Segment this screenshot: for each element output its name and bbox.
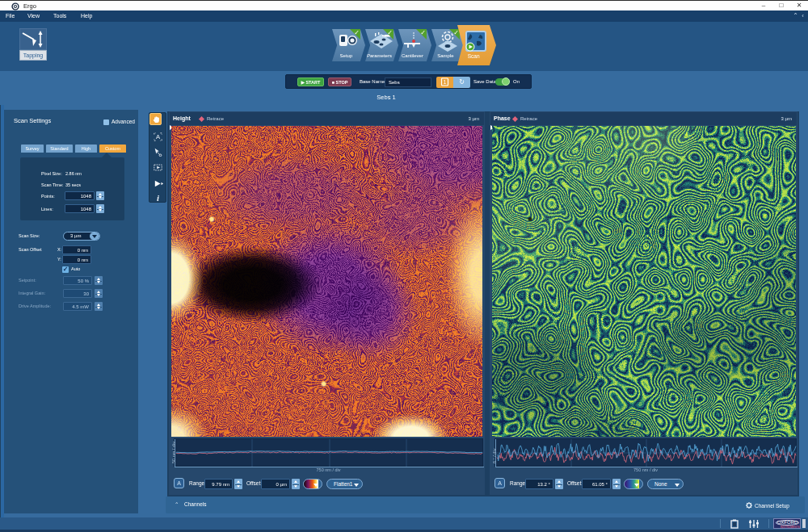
svg-text:A: A	[156, 133, 161, 140]
svg-text:1: 1	[444, 79, 447, 85]
